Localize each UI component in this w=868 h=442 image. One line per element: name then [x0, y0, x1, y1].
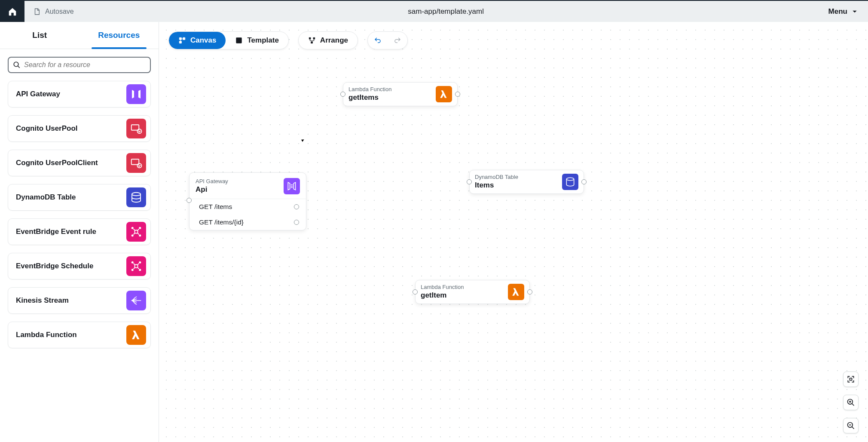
node-api[interactable]: API Gateway Api GET /items GET /items/{i… [189, 172, 306, 230]
port-in[interactable] [467, 179, 472, 184]
lambda-icon [126, 325, 146, 345]
tab-resources-label: Resources [98, 31, 140, 40]
node-type: Lambda Function [421, 284, 503, 291]
svg-rect-17 [183, 37, 185, 40]
lambda-icon [436, 86, 452, 102]
svg-point-9 [131, 234, 134, 236]
canvas-toolbar: Canvas Template Arrange [168, 31, 408, 49]
node-getitems[interactable]: Lambda Function getItems [343, 82, 458, 106]
undo-button[interactable] [368, 32, 388, 49]
canvas-view-button[interactable]: Canvas [169, 32, 226, 49]
node-getitem[interactable]: Lambda Function getItem [415, 280, 530, 304]
template-view-button[interactable]: Template [226, 32, 288, 49]
resource-label: Cognito UserPool [16, 124, 78, 133]
redo-button[interactable] [388, 32, 407, 49]
svg-point-7 [131, 227, 134, 229]
port-in[interactable] [413, 289, 418, 295]
port-in[interactable] [186, 198, 192, 203]
file-icon [33, 8, 41, 15]
zoom-out-button[interactable] [843, 418, 859, 433]
svg-point-15 [139, 269, 141, 271]
kinesis-icon [126, 291, 146, 310]
chevron-down-icon [852, 9, 858, 15]
node-name: Api [196, 185, 278, 194]
template-icon [235, 37, 243, 44]
arrange-label: Arrange [320, 36, 348, 45]
route-get-item-by-id[interactable]: GET /items/{id} [189, 215, 306, 230]
resource-eventbridge-rule[interactable]: EventBridge Event rule [8, 218, 151, 245]
autosave-label: Autosave [45, 8, 74, 15]
canvas[interactable]: Canvas Template Arrange [159, 22, 868, 442]
arrange-icon [308, 37, 316, 44]
page-title: sam-app/template.yaml [74, 7, 818, 16]
search-input[interactable] [24, 61, 146, 69]
svg-point-13 [139, 261, 141, 264]
search-box[interactable] [8, 57, 151, 73]
resource-kinesis-stream[interactable]: Kinesis Stream [8, 287, 151, 314]
fit-view-button[interactable] [843, 371, 859, 387]
svg-rect-19 [236, 38, 241, 43]
tab-resources[interactable]: Resources [79, 22, 159, 49]
route-label: GET /items/{id} [199, 218, 244, 226]
port-out[interactable] [455, 92, 460, 97]
resource-label: Kinesis Stream [16, 296, 69, 305]
svg-rect-21 [313, 37, 315, 39]
canvas-label: Canvas [190, 36, 216, 45]
node-type: API Gateway [196, 178, 278, 185]
port-out[interactable] [581, 179, 587, 184]
zoom-controls [843, 371, 859, 433]
svg-rect-24 [850, 378, 852, 381]
resource-dynamodb-table[interactable]: DynamoDB Table [8, 184, 151, 211]
api-gateway-icon [126, 84, 146, 104]
eventbridge-icon [126, 256, 146, 276]
resource-cognito-userpool[interactable]: Cognito UserPool [8, 115, 151, 142]
node-name: Items [475, 181, 557, 190]
route-get-items[interactable]: GET /items [189, 199, 306, 215]
svg-point-0 [14, 62, 18, 67]
resource-api-gateway[interactable]: API Gateway [8, 81, 151, 107]
resource-eventbridge-schedule[interactable]: EventBridge Schedule [8, 253, 151, 279]
home-button[interactable] [0, 1, 24, 22]
search-icon [13, 61, 21, 69]
resource-label: EventBridge Event rule [16, 227, 96, 236]
autosave-indicator: Autosave [24, 8, 74, 15]
arrange-button[interactable]: Arrange [299, 32, 358, 49]
sidebar: List Resources API Gateway Cognito UserP… [0, 22, 159, 442]
node-items-table[interactable]: DynamoDB Table Items [469, 170, 584, 194]
port-in[interactable] [340, 92, 345, 97]
resource-label: API Gateway [16, 90, 60, 98]
zoom-in-button[interactable] [843, 395, 859, 410]
dynamodb-icon [126, 187, 146, 207]
fit-icon [847, 375, 855, 384]
undo-icon [374, 37, 382, 44]
svg-rect-20 [309, 37, 311, 39]
node-type: Lambda Function [348, 86, 431, 93]
port-out[interactable] [527, 289, 532, 295]
zoom-out-icon [847, 421, 855, 430]
zoom-in-icon [847, 398, 855, 407]
resource-lambda-function[interactable]: Lambda Function [8, 322, 151, 348]
svg-rect-16 [179, 37, 181, 40]
tab-list[interactable]: List [0, 22, 79, 49]
node-type: DynamoDB Table [475, 174, 557, 181]
cursor-icon [302, 137, 306, 141]
menu-label: Menu [828, 7, 847, 16]
svg-point-8 [139, 227, 141, 229]
dynamodb-icon [562, 174, 578, 190]
svg-point-14 [131, 269, 134, 271]
lambda-icon [508, 284, 524, 300]
node-name: getItem [421, 291, 503, 300]
menu-button[interactable]: Menu [818, 7, 868, 16]
tab-list-label: List [32, 31, 47, 40]
resource-cognito-userpoolclient[interactable]: Cognito UserPoolClient [8, 150, 151, 176]
svg-point-12 [131, 261, 134, 264]
route-label: GET /items [199, 203, 232, 211]
top-bar: Autosave sam-app/template.yaml Menu [0, 0, 868, 22]
eventbridge-icon [126, 222, 146, 242]
svg-point-23 [566, 178, 574, 181]
cognito-icon [126, 153, 146, 173]
port-out[interactable] [294, 220, 299, 225]
port-out[interactable] [294, 204, 299, 209]
resource-label: Lambda Function [16, 331, 77, 339]
resource-label: DynamoDB Table [16, 193, 76, 202]
